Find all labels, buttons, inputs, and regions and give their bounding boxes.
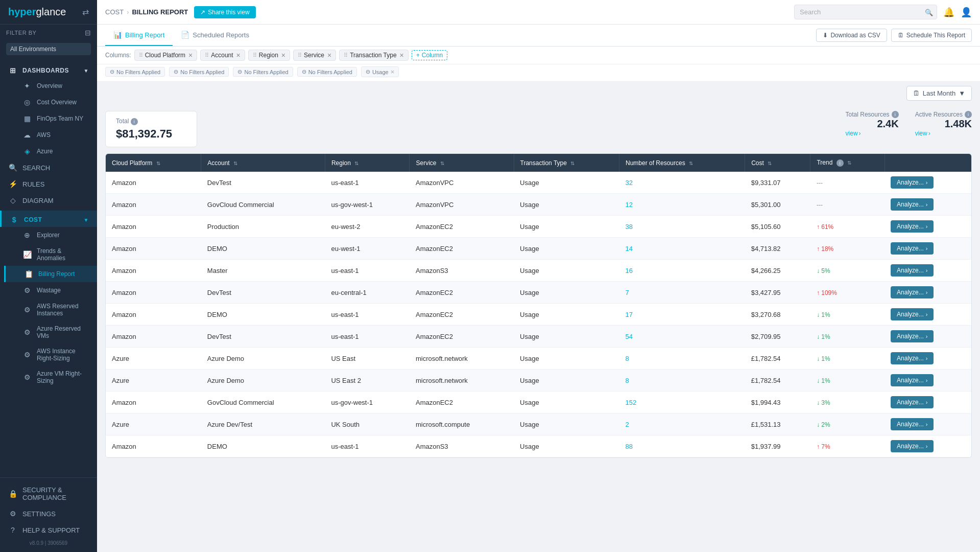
- analyze-button[interactable]: Analyze...›: [891, 286, 934, 298]
- sidebar-item-azure[interactable]: ◈ Azure: [4, 143, 97, 159]
- cell-transaction-type: Usage: [514, 194, 619, 216]
- cell-service: AmazonVPC: [410, 194, 514, 216]
- total-resources-view-link[interactable]: view ›: [846, 130, 899, 137]
- chip-cloud-platform: ⠿ Cloud Platform ×: [134, 50, 198, 61]
- resources-link[interactable]: 152: [626, 399, 637, 406]
- sidebar-item-billing-report[interactable]: 📋 Billing Report: [4, 266, 97, 282]
- billing-tab-label: Billing Report: [125, 31, 164, 39]
- swap-icon[interactable]: ⇄: [82, 7, 89, 17]
- trend-info-icon[interactable]: i: [836, 159, 844, 167]
- sidebar-item-finops[interactable]: ▦ FinOps Team NY: [4, 110, 97, 127]
- topbar-right: 🔍 🔔 👤: [794, 5, 972, 19]
- analyze-button[interactable]: Analyze...›: [891, 308, 934, 320]
- filter-chip-region-label: No Filters Applied: [244, 69, 288, 75]
- col-account-header[interactable]: Account ⇅: [201, 154, 325, 172]
- remove-usage-filter[interactable]: ×: [391, 68, 395, 76]
- search-input[interactable]: [794, 5, 937, 19]
- cell-transaction-type: Usage: [514, 392, 619, 413]
- analyze-button[interactable]: Analyze...›: [891, 352, 934, 364]
- analyze-button[interactable]: Analyze...›: [891, 176, 934, 189]
- cell-service: AmazonEC2: [410, 326, 514, 348]
- remove-region[interactable]: ×: [281, 51, 285, 59]
- resources-link[interactable]: 17: [626, 311, 633, 318]
- cost-header[interactable]: $ COST ▼: [0, 211, 97, 227]
- sidebar-item-azure-reserved[interactable]: ⚙ Azure Reserved VMs: [4, 321, 97, 343]
- settings-icon: ⚙: [8, 510, 17, 518]
- resources-link[interactable]: 7: [626, 289, 629, 296]
- analyze-button[interactable]: Analyze...›: [891, 198, 934, 211]
- col-trend-header[interactable]: Trend i ⇅: [810, 154, 885, 172]
- tab-billing-report[interactable]: 📊 Billing Report: [105, 25, 173, 46]
- cell-cloud-platform: Amazon: [106, 260, 201, 282]
- analyze-button[interactable]: Analyze...›: [891, 242, 934, 255]
- col-region-header[interactable]: Region ⇅: [325, 154, 410, 172]
- analyze-button[interactable]: Analyze...›: [891, 374, 934, 386]
- cell-actions: Analyze...›: [885, 413, 971, 435]
- filter-by-label: Filter By: [6, 30, 36, 36]
- resources-link[interactable]: 2: [626, 421, 629, 428]
- filter-input[interactable]: [6, 43, 91, 55]
- security-icon: 🔒: [8, 490, 17, 498]
- drag-handle-account: ⠿: [205, 52, 209, 59]
- bell-icon[interactable]: 🔔: [943, 7, 954, 18]
- remove-account[interactable]: ×: [236, 51, 241, 59]
- resources-link[interactable]: 38: [626, 223, 633, 231]
- remove-cloud-platform[interactable]: ×: [188, 51, 193, 59]
- analyze-chevron: ›: [926, 245, 928, 251]
- col-cloud-platform-header[interactable]: Cloud Platform ⇅: [106, 154, 201, 172]
- sidebar-item-rules[interactable]: ⚡ RULES: [0, 176, 97, 192]
- sidebar-item-trends[interactable]: 📈 Trends & Anomalies: [4, 243, 97, 266]
- sidebar-item-search[interactable]: 🔍 SEARCH: [0, 159, 97, 176]
- resources-link[interactable]: 54: [626, 333, 633, 340]
- resources-link[interactable]: 88: [626, 443, 633, 450]
- add-column-button[interactable]: + Column: [412, 50, 447, 60]
- tab-scheduled-reports[interactable]: 📄 Scheduled Reports: [173, 25, 257, 46]
- summary-right-group: Total Resources i 2.4K view › Active Res…: [846, 111, 972, 137]
- sidebar-item-cost-overview[interactable]: ◎ Cost Overview: [4, 94, 97, 110]
- sidebar-item-aws-reserved[interactable]: ⚙ AWS Reserved Instances: [4, 298, 97, 321]
- schedule-report-button[interactable]: 🗓 Schedule This Report: [891, 29, 972, 42]
- chip-region-label: Region: [259, 52, 278, 59]
- col-cost-header[interactable]: Cost ⇅: [745, 154, 810, 172]
- cell-account: DevTest: [201, 282, 325, 304]
- sidebar-item-diagram[interactable]: ◇ DIAGRAM: [0, 192, 97, 209]
- analyze-button[interactable]: Analyze...›: [891, 330, 934, 342]
- col-resources-header[interactable]: Number of Resources ⇅: [619, 154, 745, 172]
- resources-link[interactable]: 32: [626, 179, 633, 187]
- resources-link[interactable]: 16: [626, 267, 633, 274]
- download-csv-button[interactable]: ⬇ Download as CSV: [816, 29, 887, 42]
- total-resources-info-icon[interactable]: i: [892, 111, 899, 118]
- resources-link[interactable]: 8: [626, 377, 629, 384]
- sidebar-item-security[interactable]: 🔒 SECURITY & COMPLIANCE: [0, 482, 97, 505]
- user-icon[interactable]: 👤: [961, 7, 972, 18]
- sidebar-item-help[interactable]: ? HELP & SUPPORT: [0, 522, 97, 538]
- remove-service[interactable]: ×: [327, 51, 331, 59]
- share-button[interactable]: ↗ Share this view: [194, 6, 255, 18]
- filter-icon[interactable]: ⊟: [85, 29, 91, 37]
- analyze-button[interactable]: Analyze...›: [891, 396, 934, 408]
- col-transaction-type-header[interactable]: Transaction Type ⇅: [514, 154, 619, 172]
- sidebar-item-settings[interactable]: ⚙ SETTINGS: [0, 505, 97, 522]
- cell-cloud-platform: Azure: [106, 413, 201, 435]
- analyze-button[interactable]: Analyze...›: [891, 418, 934, 430]
- analyze-button[interactable]: Analyze...›: [891, 220, 934, 233]
- resources-link[interactable]: 14: [626, 245, 633, 252]
- active-resources-view-link[interactable]: view ›: [915, 130, 972, 137]
- sidebar-item-explorer[interactable]: ⊕ Explorer: [4, 227, 97, 243]
- remove-transaction-type[interactable]: ×: [400, 51, 404, 59]
- resources-link[interactable]: 8: [626, 355, 629, 362]
- sidebar-item-overview[interactable]: ✦ Overview: [4, 78, 97, 94]
- resources-link[interactable]: 12: [626, 201, 633, 209]
- dashboards-header[interactable]: ⊞ DASHBOARDS ▼: [0, 61, 97, 78]
- sidebar-item-aws[interactable]: ☁ AWS: [4, 127, 97, 143]
- sidebar-item-azure-rightsizing[interactable]: ⚙ Azure VM Right-Sizing: [4, 366, 97, 388]
- date-range-button[interactable]: 🗓 Last Month ▼: [906, 86, 972, 101]
- sidebar-item-aws-rightsizing[interactable]: ⚙ AWS Instance Right-Sizing: [4, 343, 97, 366]
- analyze-button[interactable]: Analyze...›: [891, 440, 934, 452]
- total-info-icon[interactable]: i: [131, 118, 138, 125]
- sidebar-item-wastage[interactable]: ⚙ Wastage: [4, 282, 97, 298]
- active-resources-info-icon[interactable]: i: [965, 111, 972, 118]
- analyze-button[interactable]: Analyze...›: [891, 264, 934, 277]
- search-icon[interactable]: 🔍: [925, 8, 933, 16]
- col-service-header[interactable]: Service ⇅: [410, 154, 514, 172]
